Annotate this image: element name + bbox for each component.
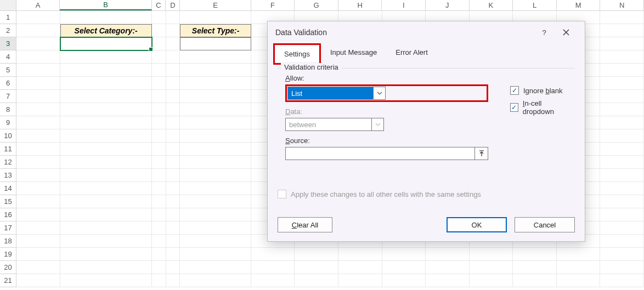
cell[interactable] bbox=[16, 64, 60, 77]
cell[interactable] bbox=[16, 156, 60, 169]
cell[interactable] bbox=[152, 37, 166, 50]
cell[interactable] bbox=[600, 103, 644, 116]
row-header-17[interactable]: 17 bbox=[0, 221, 16, 235]
col-header-B[interactable]: B bbox=[60, 0, 151, 10]
row-header-12[interactable]: 12 bbox=[0, 156, 16, 169]
col-header-N[interactable]: N bbox=[600, 0, 644, 10]
row-header-20[interactable]: 20 bbox=[0, 261, 16, 274]
row-header-10[interactable]: 10 bbox=[0, 129, 16, 143]
cell[interactable] bbox=[152, 77, 166, 90]
cell[interactable] bbox=[60, 103, 152, 116]
cell[interactable] bbox=[152, 64, 166, 77]
cell[interactable] bbox=[152, 182, 166, 195]
help-button[interactable]: ? bbox=[533, 24, 555, 41]
cell[interactable] bbox=[166, 169, 180, 182]
cell[interactable] bbox=[557, 274, 601, 287]
col-header-I[interactable]: I bbox=[382, 0, 426, 10]
cell[interactable] bbox=[600, 143, 644, 156]
cell[interactable] bbox=[152, 208, 166, 221]
cell[interactable] bbox=[152, 24, 166, 37]
cell[interactable] bbox=[600, 156, 644, 169]
cell[interactable] bbox=[600, 90, 644, 103]
cell[interactable] bbox=[338, 274, 382, 287]
row-header-7[interactable]: 7 bbox=[0, 90, 16, 103]
col-header-L[interactable]: L bbox=[513, 0, 557, 10]
cell[interactable] bbox=[16, 50, 60, 64]
cell[interactable] bbox=[152, 116, 166, 129]
col-header-H[interactable]: H bbox=[338, 0, 382, 10]
cell[interactable] bbox=[152, 261, 166, 274]
cell[interactable] bbox=[16, 195, 60, 208]
cell-E3[interactable] bbox=[180, 37, 251, 50]
cell[interactable] bbox=[180, 169, 251, 182]
cell[interactable] bbox=[426, 248, 470, 261]
cell[interactable] bbox=[152, 11, 166, 24]
close-button[interactable] bbox=[555, 24, 577, 41]
cell[interactable] bbox=[166, 24, 180, 37]
col-header-D[interactable]: D bbox=[166, 0, 180, 10]
select-all-corner[interactable] bbox=[0, 0, 16, 10]
cell[interactable] bbox=[600, 64, 644, 77]
cell[interactable] bbox=[16, 77, 60, 90]
ok-button[interactable]: OK bbox=[447, 217, 507, 232]
row-header-3[interactable]: 3 bbox=[0, 37, 16, 50]
cell[interactable] bbox=[180, 103, 251, 116]
cell[interactable] bbox=[166, 103, 180, 116]
cell[interactable] bbox=[152, 248, 166, 261]
cell[interactable] bbox=[557, 248, 601, 261]
cell[interactable] bbox=[180, 235, 251, 248]
cell[interactable] bbox=[166, 221, 180, 235]
cell[interactable] bbox=[600, 248, 644, 261]
row-header-13[interactable]: 13 bbox=[0, 169, 16, 182]
cell[interactable] bbox=[600, 221, 644, 235]
cell[interactable] bbox=[16, 221, 60, 235]
cell-B2-label[interactable]: Select Category:- bbox=[60, 24, 152, 37]
cell[interactable] bbox=[180, 248, 251, 261]
row-header-6[interactable]: 6 bbox=[0, 77, 16, 90]
cell[interactable] bbox=[295, 274, 338, 287]
cell[interactable] bbox=[16, 37, 60, 50]
cell[interactable] bbox=[600, 182, 644, 195]
cell[interactable] bbox=[600, 11, 644, 24]
cell[interactable] bbox=[60, 64, 152, 77]
row-header-21[interactable]: 21 bbox=[0, 274, 16, 287]
cell[interactable] bbox=[16, 143, 60, 156]
cell[interactable] bbox=[60, 235, 152, 248]
cell[interactable] bbox=[16, 11, 60, 24]
cell[interactable] bbox=[60, 248, 152, 261]
cell[interactable] bbox=[180, 156, 251, 169]
cell[interactable] bbox=[16, 90, 60, 103]
row-header-5[interactable]: 5 bbox=[0, 64, 16, 77]
cell[interactable] bbox=[16, 169, 60, 182]
cell[interactable] bbox=[16, 103, 60, 116]
cell[interactable] bbox=[166, 182, 180, 195]
cell[interactable] bbox=[166, 37, 180, 50]
cell[interactable] bbox=[152, 235, 166, 248]
cell[interactable] bbox=[152, 274, 166, 287]
row-header-4[interactable]: 4 bbox=[0, 50, 16, 64]
cell[interactable] bbox=[470, 261, 513, 274]
row-header-1[interactable]: 1 bbox=[0, 11, 16, 24]
cell[interactable] bbox=[60, 50, 152, 64]
cell[interactable] bbox=[382, 274, 426, 287]
cell[interactable] bbox=[600, 77, 644, 90]
cell[interactable] bbox=[180, 261, 251, 274]
cell[interactable] bbox=[600, 24, 644, 37]
source-input[interactable] bbox=[285, 147, 475, 160]
cell[interactable] bbox=[600, 169, 644, 182]
cell[interactable] bbox=[426, 261, 470, 274]
cell[interactable] bbox=[295, 248, 338, 261]
col-header-E[interactable]: E bbox=[180, 0, 251, 10]
cell[interactable] bbox=[152, 143, 166, 156]
cell[interactable] bbox=[600, 261, 644, 274]
cell[interactable] bbox=[152, 129, 166, 143]
cell[interactable] bbox=[382, 261, 426, 274]
cell[interactable] bbox=[251, 274, 295, 287]
cell[interactable] bbox=[600, 208, 644, 221]
cell[interactable] bbox=[180, 50, 251, 64]
cell[interactable] bbox=[166, 235, 180, 248]
cell[interactable] bbox=[600, 235, 644, 248]
in-cell-dropdown-checkbox[interactable]: ✓ In-cell dropdown bbox=[510, 99, 570, 116]
row-header-18[interactable]: 18 bbox=[0, 235, 16, 248]
cell[interactable] bbox=[180, 143, 251, 156]
